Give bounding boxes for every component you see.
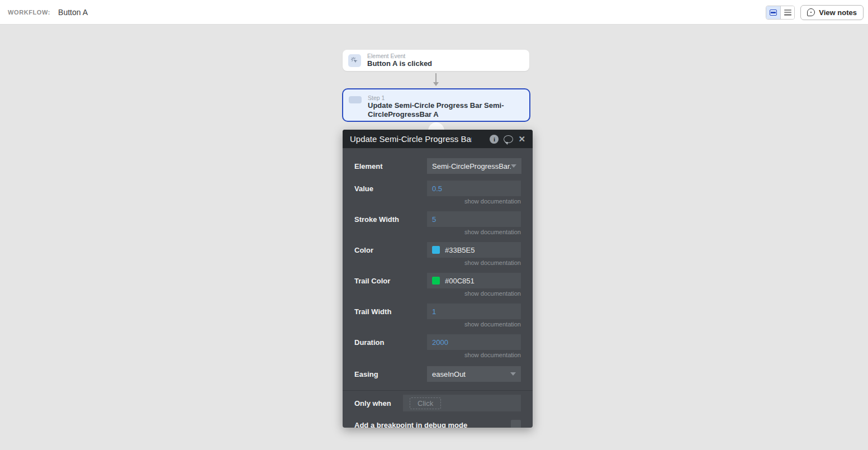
close-icon[interactable]: ✕: [518, 135, 525, 143]
color-show-documentation-link[interactable]: show documentation: [464, 259, 521, 266]
trail-color-picker-field[interactable]: #00C851: [427, 273, 521, 288]
value-label: Value: [354, 184, 427, 193]
color-label: Color: [354, 246, 427, 254]
duration-row: Duration: [354, 334, 521, 350]
color-value: #33B5E5: [445, 246, 475, 254]
easing-row: Easing easeInOut: [354, 366, 521, 382]
view-notes-button[interactable]: View notes: [800, 5, 864, 20]
workflow-topbar: WORKFLOW: Button A View notes: [0, 0, 868, 25]
value-input[interactable]: [427, 181, 521, 196]
element-label: Element: [354, 162, 427, 170]
chevron-down-icon: [511, 164, 516, 168]
stroke-width-label: Stroke Width: [354, 215, 427, 224]
trail-width-label: Trail Width: [354, 307, 427, 316]
event-node-title: Button A is clicked: [367, 59, 432, 68]
step-action-icon: [349, 96, 362, 103]
workflow-label: WORKFLOW:: [8, 9, 50, 16]
notes-bubble-icon: [807, 8, 815, 16]
panel-divider: [343, 390, 533, 391]
step-node-selected[interactable]: Step 1 Update Semi-Circle Progress Bar S…: [342, 88, 530, 122]
trail-width-show-documentation-link[interactable]: show documentation: [464, 321, 521, 328]
only-when-input[interactable]: Click: [403, 395, 521, 411]
stroke-width-input[interactable]: [427, 211, 521, 227]
breakpoint-label: Add a breakpoint in debug mode: [354, 421, 467, 428]
step-node-title: Update Semi-Circle Progress Bar Semi-Cir…: [368, 101, 507, 119]
only-when-label: Only when: [354, 399, 403, 408]
workflow-name: Button A: [58, 8, 88, 17]
easing-dropdown-value: easeInOut: [432, 370, 510, 378]
only-when-row: Only when Click: [354, 395, 521, 411]
cursor-click-icon: [348, 54, 361, 67]
info-icon[interactable]: i: [490, 135, 499, 144]
panel-header[interactable]: Update Semi-Circle Progress Bar i ✕: [343, 130, 533, 148]
stroke-width-show-documentation-link[interactable]: show documentation: [464, 229, 521, 235]
breakpoint-checkbox[interactable]: [511, 420, 521, 428]
trail-width-row: Trail Width: [354, 304, 521, 319]
comment-icon[interactable]: [504, 135, 513, 143]
panel-title: Update Semi-Circle Progress Bar: [350, 134, 472, 144]
only-when-click-placeholder[interactable]: Click: [410, 397, 441, 409]
flow-arrow-down: [432, 73, 440, 87]
topbar-actions: View notes: [766, 0, 864, 25]
trail-color-value: #00C851: [445, 277, 475, 285]
duration-label: Duration: [354, 338, 427, 347]
duration-input[interactable]: [427, 334, 521, 350]
card-view-toggle[interactable]: [766, 6, 780, 19]
breakpoint-row: Add a breakpoint in debug mode: [354, 420, 521, 428]
action-property-panel: Update Semi-Circle Progress Bar i ✕ Elem…: [343, 130, 533, 428]
duration-show-documentation-link[interactable]: show documentation: [464, 352, 521, 358]
event-node-type: Element Event: [367, 53, 432, 59]
list-view-icon: [784, 10, 791, 16]
event-node[interactable]: Element Event Button A is clicked: [343, 50, 529, 71]
trail-color-swatch: [432, 277, 440, 285]
trail-color-show-documentation-link[interactable]: show documentation: [464, 290, 521, 297]
value-row: Value: [354, 181, 521, 196]
element-dropdown-value: Semi-CircleProgressBar...: [432, 162, 511, 170]
trail-color-label: Trail Color: [354, 277, 427, 285]
stroke-width-row: Stroke Width: [354, 211, 521, 227]
chevron-down-icon: [510, 372, 516, 376]
value-show-documentation-link[interactable]: show documentation: [464, 198, 521, 205]
card-view-icon: [770, 10, 777, 16]
trail-color-row: Trail Color #00C851: [354, 273, 521, 288]
trail-width-input[interactable]: [427, 304, 521, 319]
list-view-toggle[interactable]: [780, 6, 794, 19]
color-swatch: [432, 246, 440, 254]
color-picker-field[interactable]: #33B5E5: [427, 242, 521, 258]
view-notes-label: View notes: [819, 8, 857, 17]
easing-dropdown[interactable]: easeInOut: [427, 366, 521, 382]
element-dropdown[interactable]: Semi-CircleProgressBar...: [427, 158, 521, 174]
color-row: Color #33B5E5: [354, 242, 521, 258]
element-row: Element Semi-CircleProgressBar...: [354, 158, 521, 174]
view-mode-segmented-control: [766, 6, 795, 20]
easing-label: Easing: [354, 370, 427, 378]
step-number-label: Step 1: [368, 94, 507, 101]
